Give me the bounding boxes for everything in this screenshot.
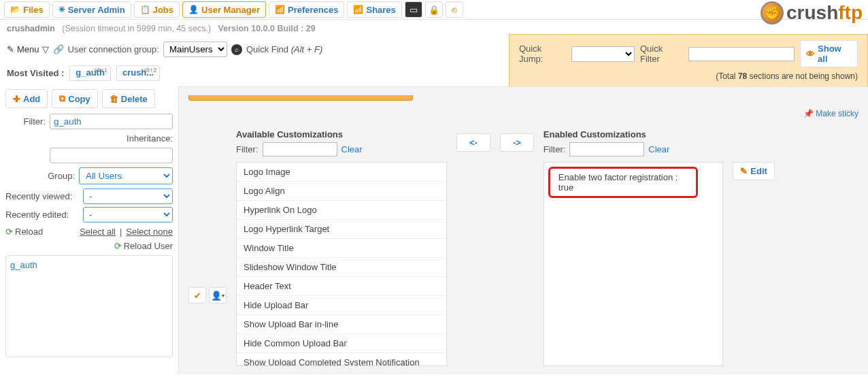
enabled-clear-link[interactable]: Clear — [648, 144, 669, 154]
menu-button[interactable]: ✎ Menu ▽ — [7, 44, 49, 54]
gear-icon: ✳ — [59, 5, 65, 14]
eye-icon: 👁 — [806, 49, 815, 59]
window-icon: ▭ — [410, 5, 418, 15]
available-item[interactable]: Logo Image — [237, 163, 446, 182]
recent-viewed-label: Recently viewed: — [5, 191, 80, 201]
available-item[interactable]: Logo Align — [237, 182, 446, 201]
hidden-count: (Total 78 sections are not being shown) — [519, 71, 858, 81]
select-all-link[interactable]: Select all — [80, 227, 116, 237]
recent-edited-label: Recently edited: — [5, 210, 80, 220]
show-all-button[interactable]: 👁Show all — [800, 40, 858, 67]
tab-user-manager[interactable]: 👤User Manager — [182, 1, 266, 18]
enabled-list[interactable]: Enable two factor registration : true — [544, 162, 723, 366]
move-right-button[interactable]: -> — [500, 133, 534, 152]
enabled-item-highlight[interactable]: Enable two factor registration : true — [548, 167, 698, 198]
share-icon: 📶 — [353, 5, 363, 14]
move-left-button[interactable]: <- — [456, 133, 490, 152]
logo-swirl-icon: ✊ — [761, 1, 784, 24]
available-item[interactable]: Header Text — [237, 277, 446, 296]
enabled-filter-input[interactable] — [569, 142, 644, 156]
tab-shares[interactable]: 📶Shares — [347, 1, 401, 18]
lock-icon: 🔒 — [429, 5, 439, 15]
quick-filter-label: Quick Filter — [640, 44, 683, 64]
available-list[interactable]: Logo ImageLogo AlignHyperlink On LogoLog… — [236, 162, 447, 366]
tab-preferences[interactable]: 📶Preferences — [269, 1, 344, 18]
pencil-icon: ✎ — [7, 44, 14, 54]
avail-clear-link[interactable]: Clear — [341, 144, 363, 154]
available-item[interactable]: Show Upload Bar in-line — [237, 315, 446, 334]
enabled-filter-label: Filter: — [544, 144, 566, 154]
pin-icon: 📌 — [803, 109, 814, 118]
copy-button[interactable]: ⧉Copy — [52, 89, 98, 108]
recent-viewed-select[interactable]: - — [83, 188, 173, 204]
exit-icon: ⎋ — [452, 5, 457, 15]
available-item[interactable]: Hide Upload Bar — [237, 296, 446, 315]
plus-icon: ✚ — [13, 94, 20, 104]
filter-input[interactable] — [50, 114, 173, 129]
make-sticky-link[interactable]: 📌Make sticky — [803, 109, 858, 118]
conn-group-label: User connection group: — [68, 44, 159, 54]
quick-jump-label: Quick Jump: — [519, 44, 566, 64]
avail-filter-label: Filter: — [236, 144, 258, 154]
avail-filter-input[interactable] — [263, 142, 337, 156]
most-visited-item[interactable]: alt+2crush... — [116, 65, 160, 81]
add-button[interactable]: ✚Add — [5, 89, 48, 108]
refresh-icon: ⟳ — [114, 241, 122, 251]
reload-button[interactable]: ⟳Reload — [5, 227, 43, 237]
user-list[interactable]: g_auth — [5, 255, 173, 357]
available-item[interactable]: Window Title — [237, 239, 446, 258]
inheritance-label: Inheritance: — [127, 133, 173, 144]
folder-icon: 📂 — [10, 5, 20, 14]
tab-jobs[interactable]: 📋Jobs — [134, 1, 180, 18]
group-label: Group: — [5, 171, 75, 181]
tab-server-admin[interactable]: ✳Server Admin — [52, 1, 131, 18]
quick-find-label[interactable]: Quick Find (Alt + F) — [246, 44, 322, 54]
delete-button[interactable]: 🗑Delete — [102, 89, 155, 108]
quick-jump-select[interactable] — [571, 46, 635, 62]
chevron-down-icon: ▽ — [42, 44, 49, 54]
inheritance-input[interactable] — [50, 148, 173, 163]
most-visited-label: Most Visited : — [7, 68, 64, 78]
check-button[interactable]: ✔ — [188, 287, 206, 303]
conn-group-select[interactable]: MainUsers — [163, 42, 227, 57]
available-item[interactable]: Slideshow Window Title — [237, 258, 446, 277]
recent-edited-select[interactable]: - — [83, 207, 173, 223]
search-icon: ⌕ — [231, 44, 242, 55]
quick-panel: Quick Jump: Quick Filter 👁Show all (Tota… — [509, 34, 868, 87]
tab-files[interactable]: 📂Files — [4, 1, 50, 18]
select-none-link[interactable]: Select none — [126, 227, 173, 237]
check-icon: ✔ — [194, 291, 201, 301]
group-select[interactable]: All Users — [79, 167, 173, 184]
available-item[interactable]: Show Upload Completed System Notificatio… — [237, 353, 446, 366]
tab-exit[interactable]: ⎋ — [446, 1, 463, 18]
link-icon: 🔗 — [53, 44, 64, 54]
tab-lock[interactable]: 🔒 — [425, 1, 443, 18]
available-title: Available Customizations — [236, 129, 447, 139]
logo: ✊ crushftp — [761, 1, 863, 24]
user-dropdown-button[interactable]: 👤▾ — [209, 287, 227, 303]
sliders-icon: 📶 — [275, 5, 285, 14]
collapsed-banner — [188, 95, 413, 101]
user-list-item[interactable]: g_auth — [10, 260, 168, 270]
tab-dark[interactable]: ▭ — [405, 1, 422, 18]
list-icon: 📋 — [140, 5, 150, 14]
available-item[interactable]: Hide Common Upload Bar — [237, 334, 446, 353]
reload-user-button[interactable]: ⟳Reload User — [5, 241, 173, 251]
enabled-title: Enabled Customizations — [544, 129, 775, 139]
trash-icon: 🗑 — [110, 94, 118, 104]
most-visited-item[interactable]: alt+1g_auth — [69, 65, 111, 81]
quick-filter-input[interactable] — [688, 47, 795, 61]
filter-label: Filter: — [5, 116, 46, 127]
chevron-down-icon: ▾ — [222, 293, 224, 299]
edit-button[interactable]: ✎Edit — [733, 162, 775, 180]
available-item[interactable]: Logo Hyperlink Target — [237, 220, 446, 239]
pencil-icon: ✎ — [740, 166, 748, 176]
refresh-icon: ⟳ — [5, 227, 13, 237]
user-icon: 👤 — [211, 291, 222, 301]
available-item[interactable]: Hyperlink On Logo — [237, 201, 446, 220]
copy-icon: ⧉ — [59, 93, 65, 104]
user-icon: 👤 — [188, 5, 199, 14]
